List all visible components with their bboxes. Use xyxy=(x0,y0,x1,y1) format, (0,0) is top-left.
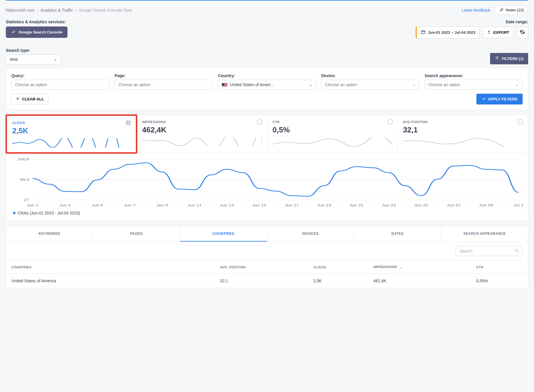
metric-title: CTR xyxy=(273,120,280,124)
checkbox-icon[interactable] xyxy=(126,120,131,125)
export-button[interactable]: EXPORT xyxy=(483,27,514,38)
tab-devices[interactable]: DEVICES xyxy=(267,226,354,242)
th-ctr[interactable]: CTR xyxy=(471,260,528,274)
svg-text:Jun 19: Jun 19 xyxy=(317,203,331,207)
th-countries[interactable]: COUNTRIES xyxy=(6,260,215,274)
date-range-value: Jun-01 2023 – Jul-04 2023 xyxy=(428,30,475,35)
legend-dot-icon xyxy=(13,212,15,214)
chevron-down-icon: ⌄ xyxy=(515,82,519,87)
leave-feedback-link[interactable]: Leave feedback xyxy=(462,8,490,13)
checkbox-icon[interactable] xyxy=(257,120,262,124)
filter-page-select[interactable]: Choose an option xyxy=(115,80,213,90)
calendar-icon xyxy=(421,30,426,35)
table-row[interactable]: United States of America32,12,5K462,4K0,… xyxy=(6,274,528,288)
topbar: helpcrunch.com › Analytics & Traffic › G… xyxy=(6,0,528,17)
filter-country-select[interactable]: United States of Ameri... ⌄ xyxy=(218,80,316,90)
google-search-console-button[interactable]: Google Search Console xyxy=(6,26,67,38)
svg-text:Jun 9: Jun 9 xyxy=(156,203,168,207)
checkbox-icon[interactable] xyxy=(388,120,392,124)
breadcrumb-current: Google Search Console Data xyxy=(79,8,132,13)
metric-value: 2,5K xyxy=(12,126,131,135)
cell-impressions: 462,4K xyxy=(368,274,471,288)
sparkline-clicks xyxy=(12,138,131,148)
svg-rect-0 xyxy=(421,31,425,34)
svg-text:Jun 13: Jun 13 xyxy=(220,203,234,207)
filter-appearance-select[interactable]: Choose an option ⌄ xyxy=(425,80,523,90)
date-range-picker[interactable]: Jun-01 2023 – Jul-04 2023 xyxy=(416,26,480,38)
svg-text:Jun 15: Jun 15 xyxy=(252,203,266,207)
metric-title: CLICKS xyxy=(12,121,25,125)
svg-text:Jun 1: Jun 1 xyxy=(27,203,38,207)
export-label: EXPORT xyxy=(493,30,509,35)
filter-query-select[interactable]: Choose an option xyxy=(11,80,109,90)
svg-text:88,9: 88,9 xyxy=(20,178,29,181)
metric-cards: CLICKS 2,5K IMPRESSIONS 462,4K CTR xyxy=(6,115,528,153)
notes-button[interactable]: Notes (22) xyxy=(495,5,528,15)
th-clicks[interactable]: CLICKS xyxy=(308,260,368,274)
checkbox-icon[interactable] xyxy=(518,120,523,124)
table-search-input[interactable]: Search xyxy=(456,246,523,256)
search-type-select[interactable]: Web ⌄ xyxy=(6,54,61,64)
svg-text:Jun 7: Jun 7 xyxy=(124,203,136,207)
tab-pages[interactable]: PAGES xyxy=(93,226,180,242)
tab-dates[interactable]: DATES xyxy=(354,226,441,242)
search-placeholder: Search xyxy=(460,249,472,253)
search-type-label: Search type: xyxy=(6,48,61,53)
metric-title: AVG POSITION xyxy=(403,120,428,124)
filter-panel: Query: Choose an option Page: Choose an … xyxy=(6,68,528,110)
filter-appearance-label: Search appearance: xyxy=(425,73,523,78)
metric-avg-position[interactable]: AVG POSITION 32,1 xyxy=(398,115,528,153)
chevron-right-icon: › xyxy=(37,8,38,13)
metric-title: IMPRESSIONS xyxy=(142,120,166,124)
filter-country-value: United States of Ameri... xyxy=(230,82,274,87)
breadcrumb-site[interactable]: helpcrunch.com xyxy=(6,8,35,13)
filter-device-label: Device: xyxy=(321,73,419,78)
filters-label: FILTERS (1) xyxy=(502,56,524,61)
svg-text:Jun 5: Jun 5 xyxy=(92,203,103,207)
date-range-label: Date range: xyxy=(416,19,528,24)
filters-button[interactable]: FILTERS (1) xyxy=(490,53,528,64)
tab-countries[interactable]: COUNTRIES xyxy=(180,226,267,242)
chart-legend: Clicks (Jun-01 2023 - Jul-04 2023) xyxy=(11,210,523,217)
search-type-value: Web xyxy=(10,57,18,62)
breadcrumb: helpcrunch.com › Analytics & Traffic › G… xyxy=(6,8,132,13)
svg-text:Jun 27: Jun 27 xyxy=(446,203,460,207)
services-label: Statistics & Analytics services: xyxy=(6,19,67,24)
svg-text:27: 27 xyxy=(24,198,29,202)
edit-icon xyxy=(499,7,504,13)
metric-impressions[interactable]: IMPRESSIONS 462,4K xyxy=(137,115,267,153)
apply-filters-button[interactable]: APPLY FILTERS xyxy=(476,94,523,104)
countries-table: COUNTRIES AVG. POSITION CLICKS IMPRESSIO… xyxy=(6,260,528,288)
chevron-down-icon: ⌄ xyxy=(412,82,416,87)
svg-text:Jun 21: Jun 21 xyxy=(349,203,363,207)
filter-device-select[interactable]: Choose an option ⌄ xyxy=(321,80,419,90)
svg-text:Jul 1: Jul 1 xyxy=(513,203,523,207)
svg-text:Jun 3: Jun 3 xyxy=(59,203,71,207)
tab-keywords[interactable]: KEYWORDS xyxy=(6,226,93,242)
filter-icon xyxy=(495,56,499,61)
metric-value: 462,4K xyxy=(142,125,262,134)
th-impressions[interactable]: IMPRESSIONS ⌄ xyxy=(368,260,471,274)
tab-search-appearance[interactable]: SEARCH APPEARANCE xyxy=(441,226,528,242)
filter-country-label: Country: xyxy=(218,73,316,78)
th-impressions-label: IMPRESSIONS xyxy=(373,265,397,269)
metric-ctr[interactable]: CTR 0,5% xyxy=(267,115,398,153)
settings-button[interactable] xyxy=(517,27,528,38)
svg-text:Jun 29: Jun 29 xyxy=(479,203,493,207)
placeholder: Choose an option xyxy=(325,82,357,87)
close-icon xyxy=(16,97,20,102)
svg-text:Jun 17: Jun 17 xyxy=(285,203,299,207)
gsc-label: Google Search Console xyxy=(19,30,62,34)
check-icon xyxy=(482,97,486,102)
th-avg-position[interactable]: AVG. POSITION xyxy=(215,260,308,274)
chevron-down-icon: ⌄ xyxy=(309,82,312,87)
notes-label: Notes (22) xyxy=(506,8,524,12)
filter-page-label: Page: xyxy=(115,73,213,78)
metric-clicks[interactable]: CLICKS 2,5K xyxy=(6,114,137,154)
clear-all-button[interactable]: CLEAR ALL xyxy=(11,94,48,104)
breadcrumb-section[interactable]: Analytics & Traffic xyxy=(41,8,73,13)
metric-value: 32,1 xyxy=(403,125,523,134)
sparkline-ctr xyxy=(273,137,392,147)
sparkline-position xyxy=(403,137,523,147)
chevron-down-icon: ⌄ xyxy=(400,265,403,269)
